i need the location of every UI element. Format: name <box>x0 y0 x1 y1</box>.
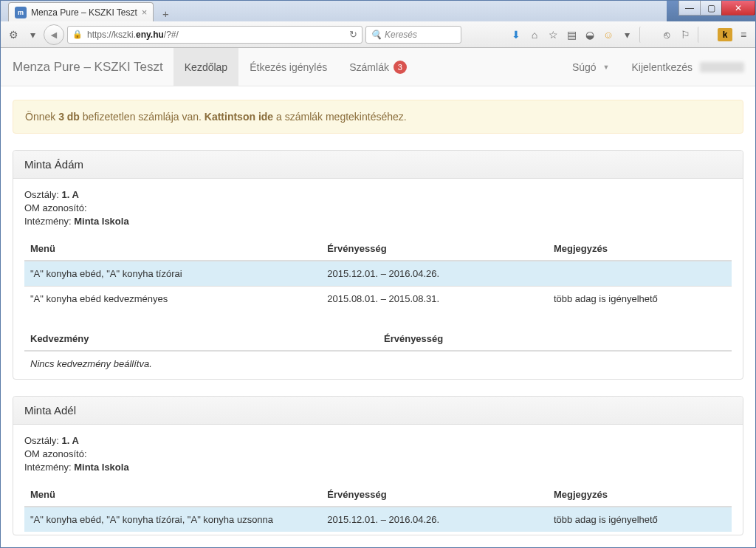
cell-note <box>548 261 732 287</box>
nav-home[interactable]: Kezdőlap <box>173 48 238 86</box>
search-box[interactable]: 🔍 Keresés <box>365 26 461 44</box>
addon-dropdown-icon[interactable]: ▾ <box>24 27 41 43</box>
meta-om: OM azonosító: <box>24 202 732 213</box>
discount-table: KedvezményÉrvényességNincs kedvezmény be… <box>24 327 732 376</box>
window-maximize-button[interactable]: ▢ <box>700 1 722 16</box>
nav-order-label: Étkezés igénylés <box>250 61 327 73</box>
search-placeholder: Keresés <box>385 30 417 40</box>
cell-note: több adag is igényelhető <box>548 507 732 532</box>
reload-icon[interactable]: ↻ <box>349 29 357 40</box>
meta-osztaly: Osztály: 1. A <box>24 189 732 200</box>
cell-validity: 2015.12.01. – 2016.04.26. <box>321 261 548 287</box>
cell-menu: "A" konyha ebéd, "A" konyha tízórai, "A"… <box>24 507 321 532</box>
browser-tab-active[interactable]: m Menza Pure – KSZKI Teszt × <box>8 2 154 21</box>
alert-count: 3 db <box>58 111 80 123</box>
meta-osztaly: Osztály: 1. A <box>24 435 732 446</box>
nav-bills-label: Számlák <box>349 61 389 73</box>
chevron-down-icon: ▼ <box>603 64 610 71</box>
cell-note: több adag is igényelhető <box>548 287 732 312</box>
menu-table: MenüÉrvényességMegjegyzés"A" konyha ebéd… <box>24 483 732 532</box>
k-addon-icon[interactable]: k <box>718 28 732 41</box>
col-menu-header: Menü <box>24 483 321 507</box>
address-bar[interactable]: 🔒 https://kszki.eny.hu/?#/ ↻ <box>67 26 362 44</box>
tab-favicon-icon: m <box>15 7 27 18</box>
alert-post: a számlák megtekintéséhez. <box>273 111 407 123</box>
window-minimize-button[interactable]: — <box>678 1 701 16</box>
table-row[interactable]: "A" konyha ebéd, "A" konyha tízórai2015.… <box>24 261 732 287</box>
bookmark-star-icon[interactable]: ☆ <box>546 27 560 43</box>
nav-help-label: Súgó <box>572 61 597 73</box>
bills-badge: 3 <box>394 61 407 74</box>
dropdown-icon[interactable]: ▾ <box>619 27 634 43</box>
url-host: eny.hu <box>136 30 164 40</box>
nav-order[interactable]: Étkezés igénylés <box>238 48 338 86</box>
nav-logout-label: Kijelentkezés <box>632 61 693 73</box>
menu-table: MenüÉrvényességMegjegyzés"A" konyha ebéd… <box>24 237 732 311</box>
student-name-header: Minta Ádám <box>13 151 743 179</box>
col-menu-header: Menü <box>24 237 321 261</box>
separator-icon <box>698 27 712 43</box>
new-tab-button[interactable]: + <box>157 5 174 21</box>
search-icon: 🔍 <box>371 30 382 40</box>
url-path: /?#/ <box>164 30 179 40</box>
home-icon[interactable]: ⌂ <box>527 27 542 43</box>
cell-menu: "A" konyha ebéd, "A" konyha tízórai <box>24 261 321 287</box>
lock-icon: 🔒 <box>72 30 83 39</box>
window-titlebar: m Menza Pure – KSZKI Teszt × + — ▢ ✕ <box>1 1 755 21</box>
col-discount-header: Kedvezmény <box>24 327 378 351</box>
browser-navbar: ⚙ ▾ ◄ 🔒 https://kszki.eny.hu/?#/ ↻ 🔍 Ker… <box>1 21 755 48</box>
app-navbar: Menza Pure – KSZKI Teszt Kezdőlap Étkezé… <box>1 48 755 86</box>
cell-validity: 2015.12.01. – 2016.04.26. <box>321 507 548 532</box>
tab-title: Menza Pure – KSZKI Teszt <box>31 7 137 18</box>
meta-intezmeny: Intézmény: Minta Iskola <box>24 462 732 473</box>
download-icon[interactable]: ⬇ <box>509 27 523 43</box>
page-viewport[interactable]: Menza Pure – KSZKI Teszt Kezdőlap Étkezé… <box>1 48 755 547</box>
table-row[interactable]: "A" konyha ebéd, "A" konyha tízórai, "A"… <box>24 507 732 532</box>
tag-addon-icon[interactable]: ⚐ <box>678 27 693 43</box>
alert-pre: Önnek <box>25 111 58 123</box>
back-button[interactable]: ◄ <box>44 24 64 45</box>
hamburger-menu-icon[interactable]: ≡ <box>736 27 751 43</box>
alert-link: Kattintson ide <box>205 111 273 123</box>
student-panel: Minta ÁdámOsztály: 1. AOM azonosító: Int… <box>13 150 743 380</box>
student-name-header: Minta Adél <box>13 397 743 425</box>
col-note-header: Megjegyzés <box>548 237 732 261</box>
window-close-button[interactable]: ✕ <box>721 1 755 16</box>
col-discount-validity-header: Érvényesség <box>378 327 732 351</box>
page-container: Önnek 3 db befizetetlen számlája van. Ka… <box>1 86 755 547</box>
unpaid-bills-alert[interactable]: Önnek 3 db befizetetlen számlája van. Ka… <box>13 100 743 134</box>
tab-close-icon[interactable]: × <box>142 7 148 18</box>
cell-validity: 2015.08.01. – 2015.08.31. <box>321 287 548 312</box>
smiley-addon-icon[interactable]: ☺ <box>601 27 616 43</box>
nav-logout[interactable]: Kijelentkezés <box>621 48 756 86</box>
student-panel-body: Osztály: 1. AOM azonosító: Intézmény: Mi… <box>13 425 743 535</box>
brand-title[interactable]: Menza Pure – KSZKI Teszt <box>13 60 173 75</box>
student-panel: Minta AdélOsztály: 1. AOM azonosító: Int… <box>13 396 743 535</box>
reading-list-icon[interactable]: ▤ <box>564 27 579 43</box>
separator-icon <box>639 27 654 43</box>
browser-tabbar: m Menza Pure – KSZKI Teszt × + <box>1 1 667 21</box>
nav-help[interactable]: Súgó▼ <box>561 48 621 86</box>
table-row: Nincs kedvezmény beállítva. <box>24 351 732 376</box>
student-panel-body: Osztály: 1. AOM azonosító: Intézmény: Mi… <box>13 179 743 379</box>
addon-gear-icon[interactable]: ⚙ <box>5 27 21 43</box>
username-blurred <box>700 62 744 72</box>
nav-home-label: Kezdőlap <box>185 61 227 73</box>
share-addon-icon[interactable]: ⎋ <box>659 27 674 43</box>
col-note-header: Megjegyzés <box>548 483 732 507</box>
table-row[interactable]: "A" konyha ebéd kedvezményes2015.08.01. … <box>24 287 732 312</box>
alert-mid: befizetetlen számlája van. <box>80 111 205 123</box>
col-validity-header: Érvényesség <box>321 483 548 507</box>
pocket-icon[interactable]: ◒ <box>583 27 597 43</box>
window-buttons: — ▢ ✕ <box>679 1 755 16</box>
cell-menu: "A" konyha ebéd kedvezményes <box>24 287 321 312</box>
meta-intezmeny: Intézmény: Minta Iskola <box>24 216 732 227</box>
toolbar-icons: ⬇ ⌂ ☆ ▤ ◒ ☺ ▾ ⎋ ⚐ k ≡ <box>509 27 751 43</box>
cell-empty: Nincs kedvezmény beállítva. <box>24 351 732 376</box>
nav-bills[interactable]: Számlák 3 <box>338 48 418 86</box>
col-validity-header: Érvényesség <box>321 237 548 261</box>
url-prefix: https://kszki. <box>87 30 136 40</box>
browser-window: m Menza Pure – KSZKI Teszt × + — ▢ ✕ ⚙ ▾… <box>0 0 756 548</box>
url-text: https://kszki.eny.hu/?#/ <box>87 30 179 40</box>
meta-om: OM azonosító: <box>24 448 732 459</box>
